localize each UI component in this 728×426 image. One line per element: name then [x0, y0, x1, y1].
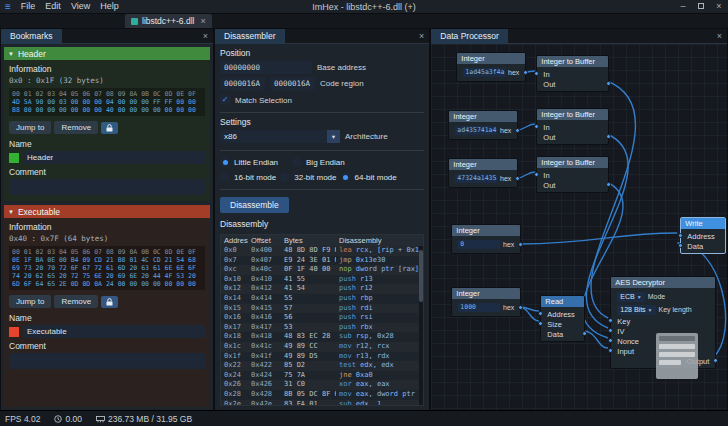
scrollbar-thumb[interactable] — [419, 250, 423, 302]
input-pin[interactable] — [608, 338, 613, 343]
input-pin[interactable] — [608, 348, 613, 353]
input-pin[interactable] — [608, 328, 613, 333]
disassembly-row[interactable]: 0x120x41241 54push r12 — [221, 284, 423, 294]
data-processor-close-icon[interactable]: × — [712, 31, 727, 41]
hamburger-menu-icon[interactable]: ≡ — [0, 0, 16, 13]
node-integer-2[interactable]: Integer ad435741a4fde hex — [448, 110, 518, 140]
bookmarks-close-icon[interactable]: × — [198, 31, 213, 41]
radio-32-bit-mode[interactable] — [280, 172, 290, 182]
disassembly-row[interactable]: 0x2e0x42e83 EA 01sub edx, 1 — [221, 400, 423, 407]
output-pin[interactable] — [518, 242, 523, 247]
code-region-start-input[interactable]: 0000016A — [220, 77, 265, 90]
bookmark-collapse-header[interactable]: ▼ Executable — [4, 205, 210, 218]
aes-mode-select[interactable]: ECB ▼ — [617, 292, 644, 302]
radio-16-bit-mode[interactable] — [220, 172, 230, 182]
output-pin[interactable] — [518, 305, 523, 310]
output-pin[interactable] — [515, 176, 520, 181]
file-tab-close-icon[interactable]: × — [198, 16, 205, 26]
node-integer-size[interactable]: Integer 1000 hex — [451, 287, 521, 317]
column-disassembly[interactable]: Disassembly — [336, 236, 423, 245]
output-pin[interactable] — [523, 70, 528, 75]
table-scrollbar[interactable] — [419, 246, 423, 405]
tab-data-processor[interactable]: Data Processor — [431, 29, 508, 44]
node-integer-3[interactable]: Integer 47324a1435aafe hex — [448, 158, 518, 188]
disassembly-row[interactable]: 0xc0x40c0F 1F 40 00nop dword ptr [rax] — [221, 265, 423, 275]
input-pin[interactable] — [534, 71, 539, 76]
disassembly-row[interactable]: 0x150x41557push rdi — [221, 304, 423, 314]
node-write[interactable]: Write Address Data — [680, 217, 726, 254]
disassembly-row[interactable]: 0x1c0x41c49 89 CCmov r12, rcx — [221, 342, 423, 352]
menu-file[interactable]: File — [16, 0, 41, 13]
integer-value-input[interactable]: 47324a1435aafe — [455, 174, 497, 183]
tab-bookmarks[interactable]: Bookmarks — [1, 29, 62, 44]
remove-button[interactable]: Remove — [54, 295, 98, 308]
bookmark-color-swatch[interactable] — [9, 153, 19, 163]
node-integer-to-buffer-2[interactable]: Integer to Buffer In Out — [536, 108, 609, 145]
input-pin[interactable] — [608, 318, 613, 323]
node-read[interactable]: Read Address Size Data — [540, 295, 585, 342]
tab-disassembler[interactable]: Disassembler — [215, 29, 285, 44]
remove-button[interactable]: Remove — [54, 121, 98, 134]
output-pin[interactable] — [606, 182, 611, 187]
disassembly-row[interactable]: 0x240x42475 7Ajne 0xa0 — [221, 371, 423, 381]
architecture-select[interactable]: x86 ▼ — [220, 130, 340, 143]
output-pin[interactable] — [582, 331, 587, 336]
node-integer-1[interactable]: Integer 1ad45a3f4afad4 hex — [456, 52, 526, 82]
match-selection-checkbox[interactable]: ✓ — [220, 95, 230, 105]
jump-to-button[interactable]: Jump to — [9, 295, 51, 308]
input-pin[interactable] — [678, 233, 683, 238]
output-pin[interactable] — [606, 134, 611, 139]
disassembly-row[interactable]: 0x260x42631 C0xor eax, eax — [221, 380, 423, 390]
code-region-end-input[interactable]: 0000016A — [270, 77, 315, 90]
disassembly-row[interactable]: 0x140x41455push rbp — [221, 294, 423, 304]
output-pin[interactable] — [713, 358, 718, 363]
maximize-icon[interactable] — [692, 0, 710, 13]
disassembly-row[interactable]: 0x00x40048 8D 8D F9 0lea rcx, [rip + 0x1… — [221, 246, 423, 256]
bookmark-color-swatch[interactable] — [9, 327, 19, 337]
comment-input[interactable] — [9, 179, 205, 195]
input-pin[interactable] — [534, 172, 539, 177]
base-address-input[interactable]: 00000000 — [220, 61, 312, 74]
disassembly-row[interactable]: 0x100x41041 55push r13 — [221, 275, 423, 285]
column-offset[interactable]: Offset — [248, 236, 281, 245]
disassembler-close-icon[interactable]: × — [414, 31, 429, 41]
lock-button[interactable] — [101, 296, 118, 308]
close-icon[interactable]: × — [710, 0, 728, 13]
disassembly-row[interactable]: 0x170x41753push rbx — [221, 323, 423, 333]
integer-value-input[interactable]: 0 — [458, 240, 500, 249]
menu-view[interactable]: View — [66, 0, 95, 13]
node-integer-zero[interactable]: Integer 0 hex — [451, 224, 521, 254]
node-integer-to-buffer-3[interactable]: Integer to Buffer In Out — [536, 156, 609, 193]
disassembly-row[interactable]: 0x70x407E9 24 3E 01 0jmp 0x13e30 — [221, 256, 423, 266]
integer-value-input[interactable]: 1ad45a3f4afad4 — [463, 68, 505, 77]
input-pin[interactable] — [678, 243, 683, 248]
aes-key-length-select[interactable]: 128 Bits ▼ — [617, 305, 655, 315]
column-address[interactable]: Address — [221, 236, 248, 245]
column-bytes[interactable]: Bytes — [281, 236, 336, 245]
input-pin[interactable] — [538, 321, 543, 326]
input-pin[interactable] — [534, 124, 539, 129]
disassembly-row[interactable]: 0x180x41848 83 EC 28sub rsp, 0x28 — [221, 332, 423, 342]
radio-64-bit-mode[interactable] — [341, 172, 351, 182]
menu-help[interactable]: Help — [95, 0, 124, 13]
node-integer-to-buffer-1[interactable]: Integer to Buffer In Out — [536, 55, 609, 92]
output-pin[interactable] — [606, 81, 611, 86]
minimize-icon[interactable]: – — [674, 0, 692, 13]
disassembly-row[interactable]: 0x160x41656push rsi — [221, 313, 423, 323]
name-input[interactable]: Header — [23, 151, 205, 164]
file-tab[interactable]: libstdc++-6.dll × — [125, 14, 212, 28]
name-input[interactable]: Executable — [23, 325, 205, 338]
comment-input[interactable] — [9, 353, 205, 369]
disassembly-row[interactable]: 0x1f0x41f49 89 D5mov r13, rdx — [221, 352, 423, 362]
disassemble-button[interactable]: Disassemble — [220, 197, 289, 213]
bookmark-collapse-header[interactable]: ▼ Header — [4, 47, 210, 60]
radio-little-endian[interactable] — [220, 157, 230, 167]
node-editor-canvas[interactable]: Integer 1ad45a3f4afad4 hex Integer to Bu… — [431, 44, 727, 410]
radio-big-endian[interactable] — [292, 157, 302, 167]
lock-button[interactable] — [101, 122, 118, 134]
disassembly-row[interactable]: 0x220x42285 D2test edx, edx — [221, 361, 423, 371]
output-pin[interactable] — [515, 128, 520, 133]
menu-edit[interactable]: Edit — [40, 0, 66, 13]
input-pin[interactable] — [538, 311, 543, 316]
jump-to-button[interactable]: Jump to — [9, 121, 51, 134]
